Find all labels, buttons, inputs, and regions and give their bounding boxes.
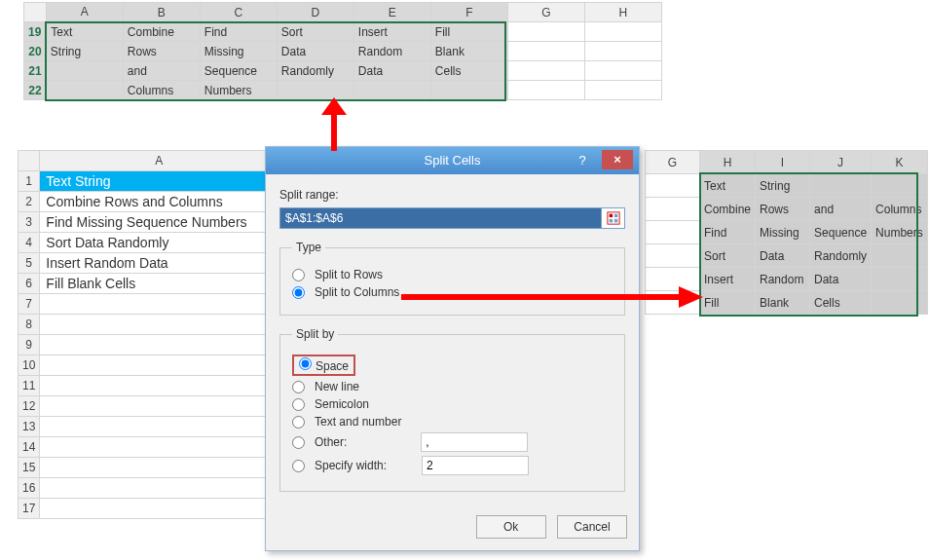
cell[interactable] — [46, 61, 123, 81]
ok-button[interactable]: Ok — [476, 515, 546, 539]
cell[interactable]: Numbers — [200, 81, 277, 100]
cell[interactable] — [584, 22, 661, 42]
cell[interactable] — [46, 81, 123, 100]
cell[interactable]: Data — [810, 268, 872, 291]
cell[interactable]: Blank — [756, 291, 810, 315]
col-header[interactable]: B — [123, 3, 200, 22]
cell[interactable] — [40, 376, 279, 396]
close-button[interactable]: × — [602, 150, 633, 169]
cell[interactable]: and — [810, 198, 872, 221]
cell[interactable] — [810, 174, 872, 198]
cell[interactable]: Blank — [430, 42, 507, 61]
cell[interactable]: Find Missing Sequence Numbers — [40, 212, 279, 233]
width-input[interactable] — [422, 456, 529, 475]
cell[interactable] — [40, 417, 279, 437]
cell[interactable]: String — [46, 42, 123, 61]
col-header[interactable]: I — [756, 151, 810, 174]
cell[interactable]: Cells — [810, 291, 872, 315]
cell[interactable] — [646, 268, 700, 291]
cell[interactable] — [584, 42, 661, 61]
cell[interactable]: Missing — [756, 221, 810, 244]
cell[interactable]: Sequence — [200, 61, 277, 81]
cell[interactable] — [872, 244, 928, 268]
cell[interactable]: Insert — [700, 268, 756, 291]
split-range-input[interactable] — [279, 207, 602, 229]
cell[interactable] — [40, 294, 279, 315]
dialog-title-bar[interactable]: Split Cells ? × — [266, 147, 639, 174]
cell[interactable]: Insert — [353, 22, 430, 42]
cell[interactable]: Fill — [700, 291, 756, 315]
col-header[interactable]: K — [872, 151, 928, 174]
cell[interactable] — [40, 478, 279, 499]
cell[interactable]: Random — [756, 268, 810, 291]
cell[interactable] — [507, 61, 584, 81]
cell[interactable] — [40, 396, 279, 417]
cell[interactable] — [646, 244, 700, 268]
cell[interactable] — [872, 291, 928, 315]
row-header[interactable]: 13 — [19, 417, 40, 437]
cell[interactable]: Cells — [430, 61, 507, 81]
row-header[interactable]: 1 — [19, 171, 40, 192]
cell[interactable]: Combine Rows and Columns — [40, 192, 279, 212]
cell[interactable]: Rows — [123, 42, 200, 61]
cell[interactable] — [40, 458, 279, 478]
col-header[interactable]: D — [277, 3, 353, 22]
cell[interactable] — [646, 291, 700, 315]
row-header[interactable]: 11 — [19, 376, 40, 396]
cell[interactable]: Text — [46, 22, 123, 42]
cell[interactable] — [507, 22, 584, 42]
cell[interactable] — [507, 81, 584, 100]
col-header[interactable]: A — [40, 151, 279, 171]
cell[interactable]: Combine — [123, 22, 200, 42]
cell[interactable]: Randomly — [810, 244, 872, 268]
cell[interactable]: Data — [756, 244, 810, 268]
row-header[interactable]: 21 — [24, 61, 47, 81]
cell[interactable]: Sequence — [810, 221, 872, 244]
cell[interactable]: Data — [277, 42, 353, 61]
col-header[interactable]: E — [353, 3, 430, 22]
row-header[interactable]: 17 — [19, 499, 40, 519]
cell[interactable] — [40, 499, 279, 519]
cell[interactable] — [872, 174, 928, 198]
cell[interactable] — [430, 81, 507, 100]
cell[interactable] — [646, 198, 700, 221]
by-newline-radio[interactable] — [292, 381, 305, 393]
cell[interactable]: Missing — [200, 42, 277, 61]
cell[interactable]: Random — [353, 42, 430, 61]
cell[interactable] — [584, 61, 661, 81]
cell[interactable]: Fill Blank Cells — [40, 274, 279, 294]
cell[interactable]: and — [123, 61, 200, 81]
help-button[interactable]: ? — [569, 147, 596, 174]
cell[interactable]: Randomly — [277, 61, 353, 81]
col-header[interactable]: H — [584, 3, 661, 22]
row-header[interactable]: 12 — [19, 396, 40, 417]
cell[interactable]: Find — [700, 221, 756, 244]
col-header[interactable]: C — [200, 3, 277, 22]
cell[interactable] — [353, 81, 430, 100]
col-header[interactable]: H — [700, 151, 756, 174]
row-header[interactable]: 16 — [19, 478, 40, 499]
cell[interactable]: Combine — [700, 198, 756, 221]
cancel-button[interactable]: Cancel — [557, 515, 627, 539]
row-header[interactable]: 6 — [19, 274, 40, 294]
other-delimiter-input[interactable] — [421, 432, 528, 452]
split-rows-radio[interactable] — [292, 269, 305, 281]
by-space-radio[interactable] — [299, 357, 312, 370]
row-header[interactable]: 14 — [19, 437, 40, 458]
cell[interactable]: Fill — [430, 22, 507, 42]
cell[interactable]: Columns — [123, 81, 200, 100]
col-header[interactable]: G — [646, 151, 700, 174]
cell[interactable]: Text — [700, 174, 756, 198]
col-header[interactable]: G — [507, 3, 584, 22]
cell[interactable]: Rows — [756, 198, 810, 221]
split-cols-radio[interactable] — [292, 286, 305, 299]
row-header[interactable]: 2 — [19, 192, 40, 212]
cell[interactable]: String — [756, 174, 810, 198]
cell[interactable]: Sort — [277, 22, 353, 42]
row-header[interactable]: 9 — [19, 335, 40, 355]
cell[interactable] — [872, 268, 928, 291]
row-header[interactable]: 19 — [24, 22, 47, 42]
cell-title[interactable]: Text String — [40, 171, 279, 192]
cell[interactable]: Columns — [872, 198, 928, 221]
cell[interactable]: Sort Data Randomly — [40, 233, 279, 253]
